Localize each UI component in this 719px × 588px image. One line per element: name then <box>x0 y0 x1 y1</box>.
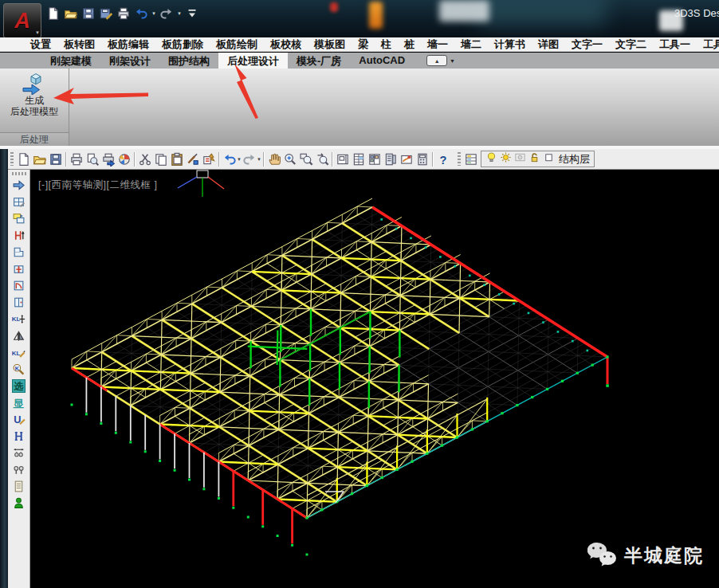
menu-item-10[interactable]: 墙一 <box>421 37 454 52</box>
menu-item-8[interactable]: 柱 <box>375 37 398 52</box>
toolbar-cut-button[interactable] <box>137 151 153 167</box>
ribbon-tab-0[interactable]: 刚架建模 <box>41 53 100 69</box>
toolbar-help-button[interactable]: ? <box>435 151 451 167</box>
menu-item-0[interactable]: 设置 <box>24 37 57 52</box>
toolbar-copy-button[interactable] <box>153 151 169 167</box>
toolbar-grip[interactable] <box>10 152 14 166</box>
blockedit-icon <box>202 152 216 167</box>
ribbon-tab-5[interactable]: AutoCAD <box>350 53 414 69</box>
leftbar-dimbolt-button[interactable] <box>10 445 29 461</box>
leftbar-copy-button[interactable] <box>10 210 29 227</box>
toolbar-page-button[interactable] <box>16 151 32 167</box>
leftbar-person-button[interactable] <box>10 495 29 512</box>
menu-item-4[interactable]: 板筋绘制 <box>210 37 264 52</box>
leftbar-display-button[interactable]: 显 <box>10 394 29 411</box>
ribbon-tab-3[interactable]: 后处理设计 <box>218 53 288 69</box>
toolbar-paste-button[interactable] <box>169 151 185 167</box>
leftbar-klmirror-button[interactable] <box>10 327 29 344</box>
leftbar-report-button[interactable] <box>10 478 29 495</box>
toolbar-grip[interactable] <box>458 152 461 166</box>
menu-item-2[interactable]: 板筋编辑 <box>101 37 155 52</box>
toolbar-pan-button[interactable] <box>266 151 282 167</box>
ribbon-tab-4[interactable]: 模块-厂房 <box>288 53 350 69</box>
leftbar-select-button[interactable]: 选 <box>10 378 29 394</box>
toolbar-markup-button[interactable] <box>399 151 415 167</box>
chevron-down-icon[interactable]: ▼ <box>177 11 182 16</box>
toolbar-undo-button[interactable] <box>222 151 238 167</box>
toolbar-viewports-button[interactable] <box>335 151 351 167</box>
qatmenu-icon <box>185 6 199 21</box>
ribbon-tab-2[interactable]: 围护结构 <box>159 53 218 69</box>
drawing-viewport[interactable]: [-][西南等轴测][二维线框 ] 半城庭院 <box>30 170 719 588</box>
toolbar-publish-button[interactable] <box>100 151 116 167</box>
leftbar-arrow-button[interactable] <box>10 177 29 194</box>
generate-postprocess-model-button[interactable]: 生成 后处理模型 <box>3 71 65 117</box>
menu-item-13[interactable]: 详图 <box>532 37 565 52</box>
toolbar-blockedit-button[interactable] <box>201 151 217 167</box>
leftbar-klfind-button[interactable]: K <box>10 361 29 378</box>
toolbar-properties-button[interactable] <box>351 151 367 167</box>
leftbar-height-button[interactable] <box>10 227 29 244</box>
viewport-controls-label[interactable]: [-][西南等轴测][二维线框 ] <box>38 178 157 192</box>
menu-item-3[interactable]: 板筋删除 <box>155 37 210 52</box>
toolbar-disk-button[interactable] <box>48 151 64 167</box>
chevron-down-icon[interactable]: ▼ <box>151 11 156 16</box>
minimize-ribbon-button[interactable]: ▲▼ <box>426 53 455 69</box>
toolbar-printer-button[interactable] <box>69 151 84 167</box>
leftbar-door-button[interactable] <box>10 277 29 294</box>
qat-disksave-button[interactable] <box>98 6 114 22</box>
leftbar-klmove-button[interactable]: KL <box>10 311 29 327</box>
toolbar-redo-button[interactable] <box>242 151 257 167</box>
qat-folder-button[interactable] <box>63 6 79 22</box>
leftbar-bolt-button[interactable] <box>10 461 29 478</box>
layer-control-dropdown[interactable]: 结构层 <box>481 151 595 167</box>
qat-printer-button[interactable] <box>116 6 132 22</box>
toolbar-preview-button[interactable] <box>84 151 100 167</box>
toolbar-grip[interactable] <box>12 172 26 175</box>
leftbar-section-button[interactable] <box>10 428 29 445</box>
menu-item-11[interactable]: 墙二 <box>454 37 488 52</box>
toolbar-zoomrt-button[interactable] <box>282 151 298 167</box>
qat-disk-button[interactable] <box>81 6 96 22</box>
menu-item-14[interactable]: 文字一 <box>565 37 609 52</box>
leftbar-win-button[interactable] <box>10 294 29 311</box>
layer-vpfreeze-icon[interactable] <box>514 151 526 167</box>
qat-undo-button[interactable] <box>133 6 149 22</box>
menu-item-9[interactable]: 桩 <box>398 37 421 52</box>
menu-item-5[interactable]: 板校核 <box>264 37 308 52</box>
menu-item-16[interactable]: 工具一 <box>653 37 697 52</box>
menu-item-1[interactable]: 板转图 <box>57 37 101 52</box>
toolbar-designcenter-button[interactable] <box>367 151 383 167</box>
menu-item-15[interactable]: 文字二 <box>609 37 653 52</box>
menu-item-12[interactable]: 计算书 <box>488 37 532 52</box>
leftbar-corner-button[interactable] <box>10 244 29 261</box>
toolbar-zoomwin-button[interactable] <box>298 151 314 167</box>
menu-item-6[interactable]: 模板图 <box>308 37 352 52</box>
chevron-down-icon[interactable]: ▼ <box>257 157 261 162</box>
layer-lock-icon[interactable] <box>528 151 540 167</box>
leftbar-grid-button[interactable] <box>10 194 29 210</box>
ribbon-tab-1[interactable]: 刚架设计 <box>100 53 159 69</box>
layer-bulb-icon[interactable] <box>485 151 497 167</box>
qat-redo-button[interactable] <box>159 6 175 22</box>
qat-page-button[interactable] <box>45 6 61 22</box>
toolbar-matchprop-button[interactable] <box>185 151 201 167</box>
qat-qatmenu-button[interactable] <box>184 6 200 22</box>
panel-title[interactable]: 后处理 <box>0 132 69 146</box>
leftbar-kledit-button[interactable]: KL <box>10 344 29 361</box>
toolbar-dwf-button[interactable] <box>116 151 132 167</box>
layer-sun-icon[interactable] <box>500 151 512 167</box>
application-menu-button[interactable]: A ▼ <box>3 3 41 37</box>
toolbar-calc-button[interactable] <box>415 151 430 167</box>
lt-arrow-icon <box>12 178 26 192</box>
menu-item-7[interactable]: 梁 <box>352 37 375 52</box>
lt-section-icon <box>12 429 26 443</box>
menu-item-17[interactable]: 工具二 <box>697 37 719 52</box>
toolbar-toolpal-button[interactable] <box>383 151 399 167</box>
toolbar-layer-manager-button[interactable] <box>463 151 479 167</box>
leftbar-move-button[interactable] <box>10 261 29 277</box>
toolbar-folder-button[interactable] <box>32 151 48 167</box>
toolbar-zoomprev-button[interactable] <box>314 151 330 167</box>
leftbar-uedit-button[interactable]: U <box>10 411 29 428</box>
layer-swatch-icon[interactable] <box>543 151 555 167</box>
